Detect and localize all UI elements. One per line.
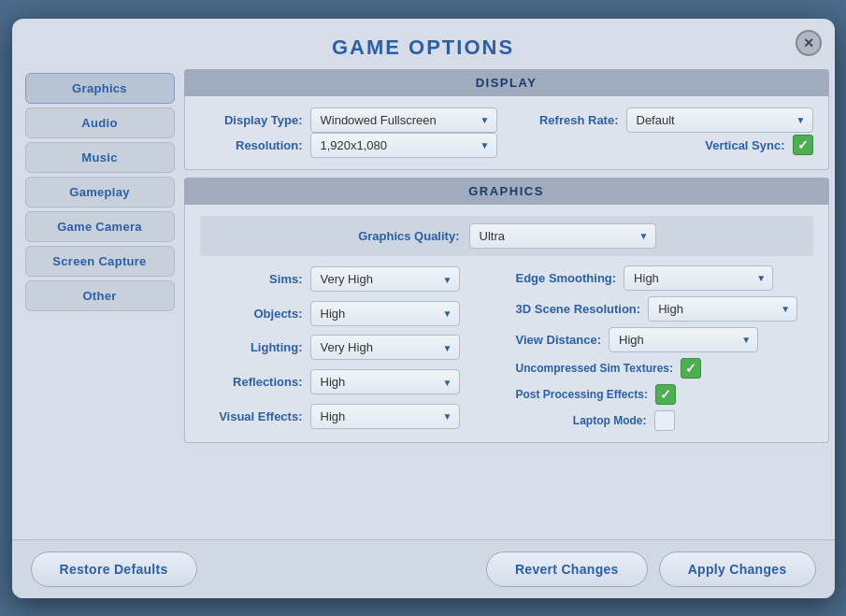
view-distance-select[interactable]: Very High High Medium Low	[609, 327, 758, 352]
objects-label: Objects:	[200, 307, 303, 321]
vertical-sync-checkbox[interactable]: ✓	[793, 135, 813, 155]
visual-effects-select[interactable]: Very High High Medium Low	[310, 404, 460, 429]
graphics-section-header: Graphics	[184, 178, 829, 205]
sidebar-item-game-camera[interactable]: Game Camera	[25, 211, 175, 242]
modal-body: Graphics Audio Music Gameplay Game Camer…	[12, 69, 835, 451]
edge-smoothing-label: Edge Smoothing:	[516, 271, 617, 285]
refresh-rate-select-wrapper: Default 60 Hz 120 Hz 144 Hz	[626, 107, 813, 133]
lighting-select[interactable]: Very High High Medium Low	[310, 335, 460, 360]
sidebar-item-other[interactable]: Other	[25, 280, 175, 311]
modal-title: Game Options	[332, 36, 514, 59]
scene-resolution-select-wrapper: Very High High Medium Low	[648, 296, 797, 322]
bottom-bar: Restore Defaults Revert Changes Apply Ch…	[12, 539, 835, 598]
sims-select-wrapper: Very High High Medium Low	[310, 266, 460, 292]
resolution-group: Resolution: 1,920x1,080 1280x720 2560x14…	[200, 133, 497, 158]
modal-header: Game Options ✕	[12, 19, 835, 69]
display-section-body: Display Type: Windowed Fullscreen Fullsc…	[184, 96, 829, 170]
refresh-rate-label: Refresh Rate:	[516, 113, 619, 127]
visual-effects-label: Visual Effects:	[200, 409, 303, 423]
edge-smoothing-select[interactable]: Very High High Medium Low	[624, 265, 773, 291]
laptop-mode-label: Laptop Mode:	[516, 414, 647, 427]
sidebar-item-graphics[interactable]: Graphics	[25, 73, 175, 104]
apply-changes-button[interactable]: Apply Changes	[659, 552, 816, 587]
sidebar-item-screen-capture[interactable]: Screen Capture	[25, 246, 175, 277]
display-type-group: Display Type: Windowed Fullscreen Fullsc…	[200, 107, 497, 133]
sims-select[interactable]: Very High High Medium Low	[310, 266, 460, 292]
display-section: Display Display Type: Windowed Fullscree…	[184, 69, 829, 170]
view-distance-label: View Distance:	[516, 333, 602, 347]
resolution-label: Resolution:	[200, 138, 303, 152]
revert-changes-button[interactable]: Revert Changes	[486, 552, 648, 587]
reflections-select[interactable]: Very High High Medium Low	[310, 369, 460, 394]
sims-group: Sims: Very High High Medium Low	[200, 265, 497, 294]
edge-smoothing-select-wrapper: Very High High Medium Low	[624, 265, 773, 291]
display-section-header: Display	[184, 69, 829, 96]
lighting-select-wrapper: Very High High Medium Low	[310, 335, 460, 360]
scene-resolution-select[interactable]: Very High High Medium Low	[648, 296, 797, 322]
sidebar: Graphics Audio Music Gameplay Game Camer…	[25, 69, 175, 451]
close-button[interactable]: ✕	[796, 30, 822, 56]
btn-group-right: Revert Changes Apply Changes	[486, 552, 816, 587]
uncompressed-checkbox[interactable]: ✓	[681, 358, 701, 379]
objects-select[interactable]: Very High High Medium Low	[310, 301, 460, 326]
laptop-mode-group: Laptop Mode:	[516, 410, 813, 431]
uncompressed-label: Uncompressed Sim Textures:	[516, 362, 674, 375]
graphics-quality-select[interactable]: Ultra High Medium Low	[469, 223, 656, 249]
post-processing-label: Post Processing Effects:	[516, 388, 648, 401]
view-distance-group: View Distance: Very High High Medium Low	[516, 327, 813, 352]
resolution-select[interactable]: 1,920x1,080 1280x720 2560x1440	[310, 133, 497, 158]
reflections-group: Reflections: Very High High Medium Low	[200, 367, 497, 396]
display-row-2: Resolution: 1,920x1,080 1280x720 2560x14…	[200, 133, 813, 158]
objects-select-wrapper: Very High High Medium Low	[310, 301, 460, 326]
graphics-grid: Sims: Very High High Medium Low	[200, 265, 813, 431]
reflections-label: Reflections:	[200, 375, 303, 389]
edge-smoothing-group: Edge Smoothing: Very High High Medium Lo…	[516, 265, 813, 291]
sidebar-item-gameplay[interactable]: Gameplay	[25, 177, 175, 208]
objects-group: Objects: Very High High Medium Low	[200, 299, 497, 328]
graphics-left-col: Sims: Very High High Medium Low	[200, 265, 497, 431]
restore-defaults-button[interactable]: Restore Defaults	[31, 552, 197, 587]
laptop-mode-checkbox[interactable]	[654, 410, 675, 431]
display-type-select-wrapper: Windowed Fullscreen Fullscreen Windowed	[310, 107, 497, 133]
view-distance-select-wrapper: Very High High Medium Low	[609, 327, 758, 352]
lighting-group: Lighting: Very High High Medium Low	[200, 334, 497, 363]
sims-label: Sims:	[200, 272, 303, 286]
scene-resolution-group: 3D Scene Resolution: Very High High Medi…	[516, 296, 813, 322]
post-processing-group: Post Processing Effects: ✓	[516, 384, 813, 405]
scene-resolution-label: 3D Scene Resolution:	[516, 302, 641, 316]
uncompressed-group: Uncompressed Sim Textures: ✓	[516, 358, 813, 379]
graphics-quality-select-wrapper: Ultra High Medium Low	[469, 223, 656, 249]
vsync-group: Vertical Sync: ✓	[516, 135, 813, 155]
visual-effects-select-wrapper: Very High High Medium Low	[310, 404, 460, 429]
post-processing-checkbox[interactable]: ✓	[655, 384, 676, 405]
game-options-modal: Game Options ✕ Graphics Audio Music Game…	[12, 19, 835, 598]
graphics-quality-row: Graphics Quality: Ultra High Medium Low	[200, 216, 813, 256]
resolution-select-wrapper: 1,920x1,080 1280x720 2560x1440	[310, 133, 497, 158]
refresh-rate-group: Refresh Rate: Default 60 Hz 120 Hz 144 H…	[516, 107, 813, 133]
refresh-rate-select[interactable]: Default 60 Hz 120 Hz 144 Hz	[626, 107, 813, 133]
display-row-1: Display Type: Windowed Fullscreen Fullsc…	[200, 107, 813, 133]
vertical-sync-label: Vertical Sync:	[682, 138, 785, 152]
lighting-label: Lighting:	[200, 340, 303, 354]
sidebar-item-music[interactable]: Music	[25, 142, 175, 173]
display-type-select[interactable]: Windowed Fullscreen Fullscreen Windowed	[310, 107, 497, 133]
reflections-select-wrapper: Very High High Medium Low	[310, 369, 460, 394]
graphics-right-col: Edge Smoothing: Very High High Medium Lo…	[516, 265, 813, 431]
display-type-label: Display Type:	[200, 113, 303, 127]
graphics-section-body: Graphics Quality: Ultra High Medium Low	[184, 205, 829, 443]
visual-effects-group: Visual Effects: Very High High Medium Lo…	[200, 402, 497, 431]
sidebar-item-audio[interactable]: Audio	[25, 107, 175, 138]
graphics-section: Graphics Graphics Quality: Ultra High Me…	[184, 178, 829, 443]
graphics-quality-label: Graphics Quality:	[357, 229, 460, 243]
content-area: Display Display Type: Windowed Fullscree…	[184, 69, 829, 451]
